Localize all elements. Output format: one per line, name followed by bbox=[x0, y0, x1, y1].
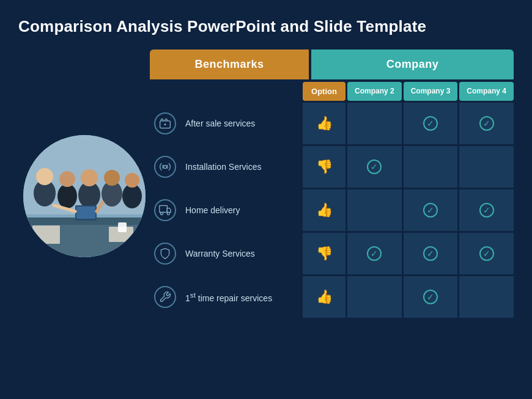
repair-company4 bbox=[459, 276, 514, 318]
svg-point-7 bbox=[57, 184, 77, 208]
image-area bbox=[18, 56, 150, 337]
repair-company3: ✓ bbox=[404, 276, 458, 318]
row-icon-cell bbox=[150, 112, 180, 134]
svg-point-10 bbox=[81, 169, 98, 186]
repair-label-cell: 1st time repair services bbox=[180, 290, 303, 304]
thumbup-icon: 👍 bbox=[316, 289, 333, 305]
slide-title: Comparison Analysis PowerPoint and Slide… bbox=[18, 17, 514, 36]
table-row: After sale services 👍 ✓ ✓ bbox=[150, 103, 514, 144]
table-row: Warranty Services 👎 ✓ ✓ ✓ bbox=[150, 233, 514, 274]
svg-rect-26 bbox=[160, 206, 168, 213]
warranty-company4: ✓ bbox=[459, 233, 514, 274]
check-icon: ✓ bbox=[423, 246, 438, 261]
svg-rect-21 bbox=[118, 222, 127, 232]
row-icon-cell bbox=[150, 156, 180, 178]
data-rows: After sale services 👍 ✓ ✓ bbox=[150, 103, 514, 318]
warranty-company3: ✓ bbox=[404, 233, 458, 274]
table-row: Installation Services 👎 ✓ bbox=[150, 146, 514, 188]
svg-point-25 bbox=[164, 166, 167, 169]
home-delivery-option: 👍 bbox=[303, 189, 345, 231]
after-sale-icon bbox=[154, 112, 176, 134]
row-icon-cell bbox=[150, 286, 180, 308]
warranty-icon bbox=[154, 243, 176, 265]
svg-point-6 bbox=[36, 168, 53, 185]
installation-option: 👎 bbox=[303, 146, 345, 188]
thumbup-icon: 👍 bbox=[316, 202, 333, 218]
repair-company2 bbox=[347, 276, 402, 318]
thumbup-icon: 👍 bbox=[316, 115, 333, 131]
header-row: Benchmarks Company bbox=[150, 49, 514, 79]
row-icon-cell bbox=[150, 199, 180, 221]
after-sale-company4: ✓ bbox=[459, 103, 514, 144]
installation-label-cell: Installation Services bbox=[180, 161, 303, 172]
after-sale-label-cell: After sale services bbox=[180, 118, 303, 129]
check-icon: ✓ bbox=[423, 290, 438, 304]
svg-point-14 bbox=[125, 173, 139, 188]
installation-company4 bbox=[459, 146, 514, 188]
check-icon: ✓ bbox=[479, 116, 494, 131]
home-delivery-company3: ✓ bbox=[404, 189, 458, 231]
warranty-option: 👎 bbox=[303, 233, 345, 274]
sub-header-row: Option Company 2 Company 3 Company 4 bbox=[150, 82, 514, 101]
after-sale-company3: ✓ bbox=[404, 103, 458, 144]
comparison-table: Benchmarks Company Option Company 2 Com bbox=[150, 49, 514, 318]
people-image bbox=[23, 135, 146, 257]
svg-rect-19 bbox=[32, 225, 60, 244]
check-icon: ✓ bbox=[479, 246, 494, 261]
table-row: 1st time repair services 👍 ✓ bbox=[150, 276, 514, 318]
benchmarks-header: Benchmarks bbox=[150, 49, 309, 79]
after-sale-company2 bbox=[347, 103, 402, 144]
svg-point-27 bbox=[161, 212, 163, 214]
thumbdown-icon: 👎 bbox=[316, 159, 333, 175]
repair-icon bbox=[154, 286, 176, 308]
svg-rect-16 bbox=[76, 207, 95, 219]
thumbdown-icon: 👎 bbox=[316, 246, 333, 262]
label-spacer bbox=[180, 82, 303, 101]
repair-option: 👍 bbox=[303, 276, 345, 318]
warranty-company2: ✓ bbox=[347, 233, 402, 274]
content-area: Benchmarks Company Option Company 2 Com bbox=[18, 49, 514, 337]
after-sale-option: 👍 bbox=[303, 103, 345, 144]
company3-subheader: Company 3 bbox=[404, 82, 458, 101]
installation-icon bbox=[154, 156, 176, 178]
repair-label: 1st time repair services bbox=[185, 290, 272, 304]
home-delivery-company2 bbox=[347, 189, 402, 231]
check-icon: ✓ bbox=[367, 159, 382, 174]
check-icon: ✓ bbox=[423, 203, 438, 218]
svg-point-8 bbox=[59, 171, 75, 187]
svg-point-12 bbox=[104, 170, 120, 186]
slide-container: Comparison Analysis PowerPoint and Slide… bbox=[0, 0, 532, 399]
check-icon: ✓ bbox=[479, 203, 494, 218]
installation-company3 bbox=[404, 146, 458, 188]
company2-subheader: Company 2 bbox=[347, 82, 402, 101]
option-subheader: Option bbox=[303, 82, 345, 101]
check-icon: ✓ bbox=[367, 246, 382, 261]
warranty-label-cell: Warranty Services bbox=[180, 248, 303, 259]
spacer bbox=[150, 82, 180, 101]
installation-company2: ✓ bbox=[347, 146, 402, 188]
home-delivery-company4: ✓ bbox=[459, 189, 514, 231]
company-header: Company bbox=[311, 49, 514, 79]
home-delivery-label-cell: Home delivery bbox=[180, 205, 303, 216]
svg-point-28 bbox=[167, 212, 169, 214]
row-icon-cell bbox=[150, 243, 180, 265]
company4-subheader: Company 4 bbox=[459, 82, 514, 101]
check-icon: ✓ bbox=[423, 116, 438, 131]
delivery-icon bbox=[154, 199, 176, 221]
table-row: Home delivery 👍 ✓ ✓ bbox=[150, 189, 514, 231]
